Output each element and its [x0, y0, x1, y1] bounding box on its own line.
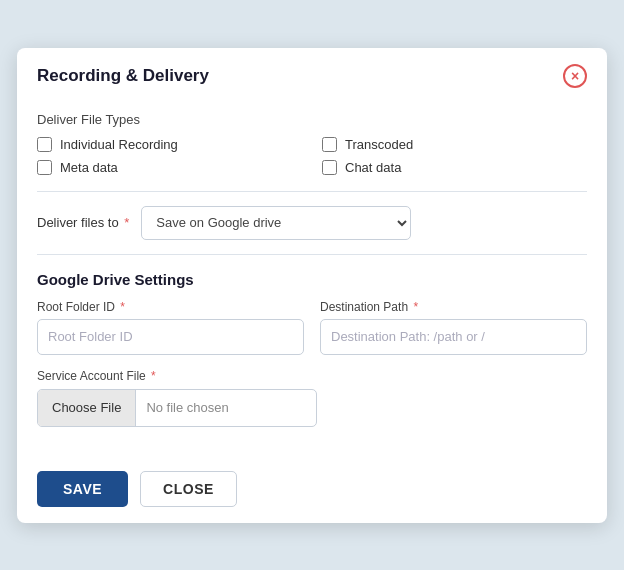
modal-header: Recording & Delivery ×	[17, 48, 607, 100]
modal-overlay: Recording & Delivery × Deliver File Type…	[0, 0, 624, 570]
deliver-files-to-select[interactable]: Save on Google drive FTP S3	[141, 206, 411, 240]
modal-body: Deliver File Types Individual Recording …	[17, 100, 607, 459]
fields-row: Root Folder ID * Destination Path *	[37, 300, 587, 355]
modal-footer: SAVE CLOSE	[17, 459, 607, 523]
checkbox-grid: Individual Recording Transcoded Meta dat…	[37, 137, 587, 175]
checkbox-transcoded[interactable]: Transcoded	[322, 137, 587, 152]
file-name-display: No file chosen	[136, 400, 238, 415]
checkbox-individual-recording[interactable]: Individual Recording	[37, 137, 302, 152]
checkbox-chatdata-label: Chat data	[345, 160, 401, 175]
root-folder-id-label: Root Folder ID *	[37, 300, 304, 314]
google-drive-settings-title: Google Drive Settings	[37, 271, 587, 288]
checkbox-individual-recording-label: Individual Recording	[60, 137, 178, 152]
google-drive-settings-section: Google Drive Settings Root Folder ID * D…	[37, 271, 587, 427]
checkbox-metadata[interactable]: Meta data	[37, 160, 302, 175]
modal-title: Recording & Delivery	[37, 66, 209, 86]
checkbox-transcoded-label: Transcoded	[345, 137, 413, 152]
modal-dialog: Recording & Delivery × Deliver File Type…	[17, 48, 607, 523]
deliver-file-types-section: Deliver File Types Individual Recording …	[37, 112, 587, 175]
root-folder-id-input[interactable]	[37, 319, 304, 355]
checkbox-individual-recording-input[interactable]	[37, 137, 52, 152]
service-account-section: Service Account File * Choose File No fi…	[37, 369, 587, 427]
destination-path-group: Destination Path *	[320, 300, 587, 355]
file-input-wrapper: Choose File No file chosen	[37, 389, 317, 427]
checkbox-transcoded-input[interactable]	[322, 137, 337, 152]
divider-2	[37, 254, 587, 255]
checkbox-metadata-label: Meta data	[60, 160, 118, 175]
required-star-deliver: *	[121, 215, 130, 230]
service-account-label: Service Account File *	[37, 369, 587, 383]
required-star-service: *	[148, 369, 156, 383]
deliver-file-types-label: Deliver File Types	[37, 112, 587, 127]
destination-path-label: Destination Path *	[320, 300, 587, 314]
destination-path-input[interactable]	[320, 319, 587, 355]
save-button[interactable]: SAVE	[37, 471, 128, 507]
checkbox-chatdata-input[interactable]	[322, 160, 337, 175]
root-folder-id-group: Root Folder ID *	[37, 300, 304, 355]
deliver-files-to-row: Deliver files to * Save on Google drive …	[37, 206, 587, 240]
required-star-root: *	[117, 300, 125, 314]
deliver-files-to-label: Deliver files to *	[37, 215, 129, 230]
close-x-icon: ×	[571, 69, 579, 83]
modal-close-x-button[interactable]: ×	[563, 64, 587, 88]
checkbox-chatdata[interactable]: Chat data	[322, 160, 587, 175]
required-star-dest: *	[410, 300, 418, 314]
choose-file-button[interactable]: Choose File	[38, 390, 136, 426]
divider-1	[37, 191, 587, 192]
checkbox-metadata-input[interactable]	[37, 160, 52, 175]
close-button[interactable]: CLOSE	[140, 471, 237, 507]
